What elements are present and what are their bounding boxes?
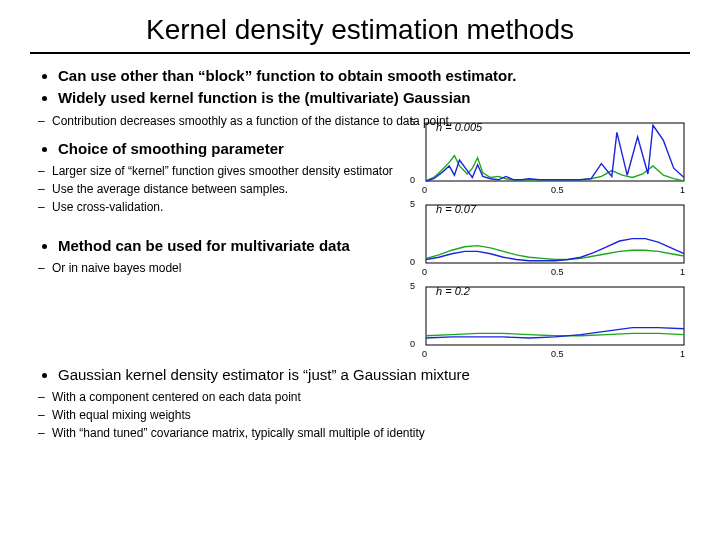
- slide: Kernel density estimation methods Can us…: [0, 0, 720, 540]
- bullet-3-sub-3: Use cross-validation.: [52, 199, 402, 215]
- xtick-label: 1: [680, 267, 685, 277]
- bullet-3-wrap: Choice of smoothing parameter: [30, 139, 402, 159]
- xtick-label: 0: [422, 185, 427, 195]
- ytick-label: 5: [410, 281, 415, 291]
- series-estimate-green: [426, 333, 684, 335]
- chart-h-label: h = 0.005: [436, 121, 482, 133]
- bullet-5-sub: With a component centered on each data p…: [30, 389, 690, 442]
- series-estimate-green: [426, 245, 684, 259]
- chart-h-label: h = 0.2: [436, 285, 470, 297]
- bullet-1: Can use other than “block” function to o…: [58, 66, 690, 86]
- chart-h-label: h = 0.07: [436, 203, 476, 215]
- bullet-3-sub-1: Larger size of “kernel” function gives s…: [52, 163, 402, 179]
- bullet-5-sub-2: With equal mixing weights: [52, 407, 690, 423]
- xtick-label: 0.5: [551, 267, 564, 277]
- bullet-4-sub-1: Or in naive bayes model: [52, 260, 402, 276]
- xtick-label: 1: [680, 349, 685, 359]
- bullet-3-sub-2: Use the average distance between samples…: [52, 181, 402, 197]
- ytick-label: 0: [410, 339, 415, 349]
- xtick-label: 0.5: [551, 349, 564, 359]
- chart-3: 0500.51h = 0.2: [412, 283, 690, 357]
- bullet-5-sub-3: With “hand tuned” covariance matrix, typ…: [52, 425, 690, 441]
- bullet-list: Can use other than “block” function to o…: [30, 66, 690, 109]
- xtick-label: 0: [422, 267, 427, 277]
- bullet-3: Choice of smoothing parameter: [58, 139, 402, 159]
- body-row: Choice of smoothing parameter Larger siz…: [30, 139, 690, 365]
- ytick-label: 0: [410, 175, 415, 185]
- bullet-5-wrap: Gaussian kernel density estimator is “ju…: [30, 365, 690, 385]
- bullet-4-sub: Or in naive bayes model: [30, 260, 402, 276]
- bullet-4-wrap: Method can be used for multivariate data: [30, 236, 402, 256]
- bullet-2: Widely used kernel function is the (mult…: [58, 88, 690, 108]
- chart-stack: 0500.51h = 0.005 0500.51h = 0.07 0500.51…: [412, 119, 690, 365]
- bullet-5: Gaussian kernel density estimator is “ju…: [58, 365, 690, 385]
- bullet-3-sub: Larger size of “kernel” function gives s…: [30, 163, 402, 216]
- bullet-5-sub-1: With a component centered on each data p…: [52, 389, 690, 405]
- chart-2: 0500.51h = 0.07: [412, 201, 690, 275]
- ytick-label: 5: [410, 199, 415, 209]
- xtick-label: 0.5: [551, 185, 564, 195]
- ytick-label: 0: [410, 257, 415, 267]
- xtick-label: 0: [422, 349, 427, 359]
- ytick-label: 5: [410, 117, 415, 127]
- body-left: Choice of smoothing parameter Larger siz…: [30, 139, 402, 286]
- title-rule: [30, 52, 690, 54]
- xtick-label: 1: [680, 185, 685, 195]
- slide-title: Kernel density estimation methods: [30, 14, 690, 46]
- chart-1: 0500.51h = 0.005: [412, 119, 690, 193]
- bullet-4: Method can be used for multivariate data: [58, 236, 402, 256]
